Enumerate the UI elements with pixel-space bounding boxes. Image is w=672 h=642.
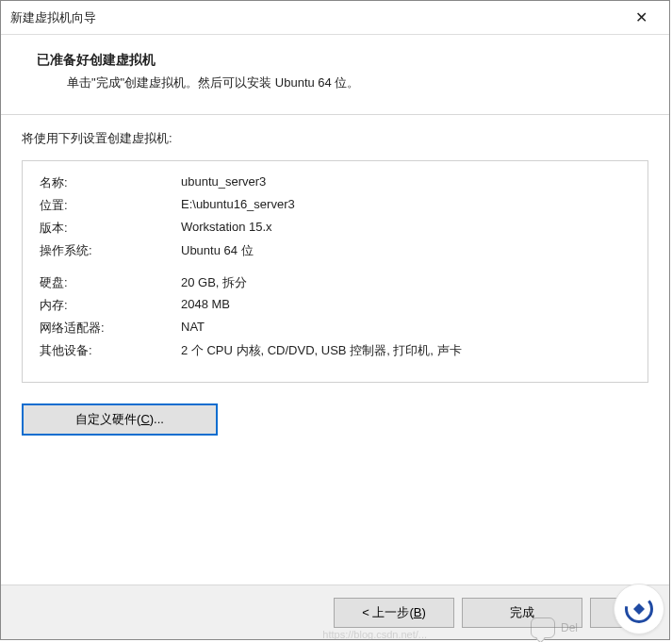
customize-key: C <box>140 412 149 426</box>
close-icon[interactable]: ✕ <box>620 4 662 32</box>
back-prefix: < 上一步( <box>362 605 414 619</box>
table-row: 操作系统: Ubuntu 64 位 <box>40 242 631 259</box>
label-os: 操作系统: <box>40 242 181 259</box>
finish-button[interactable]: 完成 <box>462 598 582 628</box>
header-subtitle: 单击"完成"创建虚拟机。然后可以安装 Ubuntu 64 位。 <box>67 74 641 91</box>
label-network: 网络适配器: <box>40 320 181 337</box>
label-name: 名称: <box>40 174 181 191</box>
table-row: 位置: E:\ubuntu16_server3 <box>40 197 631 214</box>
customize-prefix: 自定义硬件( <box>75 412 140 426</box>
label-other: 其他设备: <box>40 342 181 359</box>
back-suffix: ) <box>421 605 425 619</box>
back-button[interactable]: < 上一步(B) <box>334 598 454 628</box>
logo-icon <box>622 592 656 626</box>
label-location: 位置: <box>40 197 181 214</box>
table-row: 名称: ubuntu_server3 <box>40 174 631 191</box>
wizard-footer: < 上一步(B) 完成 <box>1 584 669 639</box>
label-disk: 硬盘: <box>40 274 181 291</box>
customize-suffix: )... <box>150 412 164 426</box>
titlebar: 新建虚拟机向导 ✕ <box>1 1 669 35</box>
table-row: 硬盘: 20 GB, 拆分 <box>40 274 631 291</box>
value-other: 2 个 CPU 内核, CD/DVD, USB 控制器, 打印机, 声卡 <box>181 342 631 359</box>
value-version: Workstation 15.x <box>181 220 631 237</box>
table-row: 版本: Workstation 15.x <box>40 220 631 237</box>
table-row: 内存: 2048 MB <box>40 297 631 314</box>
value-os: Ubuntu 64 位 <box>181 242 631 259</box>
settings-preamble: 将使用下列设置创建虚拟机: <box>22 130 648 147</box>
value-name: ubuntu_server3 <box>181 174 631 191</box>
table-row: 网络适配器: NAT <box>40 320 631 337</box>
value-network: NAT <box>181 320 631 337</box>
customize-hardware-button[interactable]: 自定义硬件(C)... <box>22 403 218 436</box>
corner-logo <box>614 584 664 634</box>
header-title: 已准备好创建虚拟机 <box>37 52 641 69</box>
value-location: E:\ubuntu16_server3 <box>181 197 631 214</box>
table-row: 其他设备: 2 个 CPU 内核, CD/DVD, USB 控制器, 打印机, … <box>40 342 631 359</box>
label-version: 版本: <box>40 220 181 237</box>
value-disk: 20 GB, 拆分 <box>181 274 631 291</box>
wizard-window: 新建虚拟机向导 ✕ 已准备好创建虚拟机 单击"完成"创建虚拟机。然后可以安装 U… <box>0 0 670 640</box>
wizard-body: 将使用下列设置创建虚拟机: 名称: ubuntu_server3 位置: E:\… <box>1 115 669 584</box>
value-memory: 2048 MB <box>181 297 631 314</box>
wizard-header: 已准备好创建虚拟机 单击"完成"创建虚拟机。然后可以安装 Ubuntu 64 位… <box>1 35 669 114</box>
settings-groupbox: 名称: ubuntu_server3 位置: E:\ubuntu16_serve… <box>22 160 648 383</box>
window-title: 新建虚拟机向导 <box>10 9 620 26</box>
label-memory: 内存: <box>40 297 181 314</box>
